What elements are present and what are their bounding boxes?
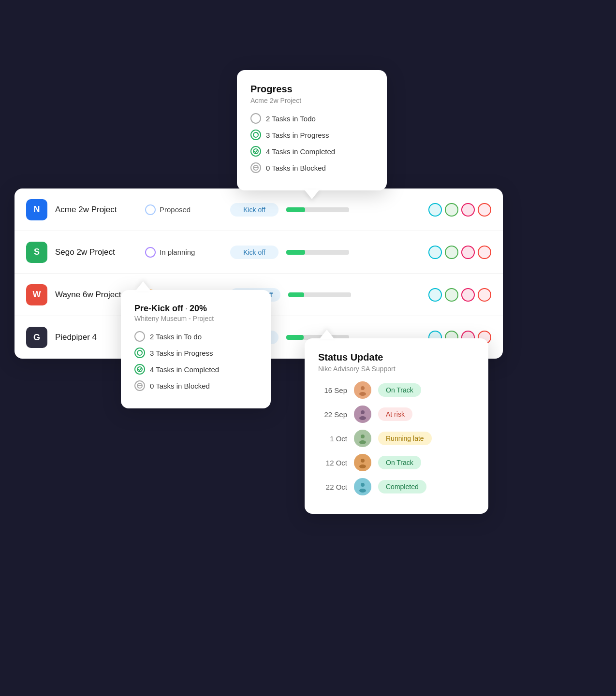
status-card: Status Update Nike Advisory SA Support 1… [305,338,488,514]
status-avatar [354,430,371,447]
blocked-icon [134,380,145,391]
task-label: 4 Tasks in Completed [150,365,219,374]
status-row: 12 Oct On Track [318,454,475,471]
avatar [461,288,475,302]
task-item-completed: 4 Tasks in Completed [134,364,257,375]
status-date: 1 Oct [318,435,347,443]
task-item-todo: 2 Tasks in Todo [250,113,373,124]
table-row[interactable]: N Acme 2w Project Proposed Kick off [15,188,503,231]
status-badge: On Track [378,456,421,469]
task-label: 3 Tasks in Progress [150,349,213,357]
status-row: 22 Sep At risk [318,406,475,423]
svg-point-17 [359,489,366,493]
task-item-blocked: 0 Tasks in Blocked [134,380,257,391]
project-icon: N [26,199,47,220]
inprogress-icon [134,348,145,358]
project-name: Sego 2w Project [55,247,137,257]
status-text: In planning [160,248,195,256]
status-badge: At risk [378,407,412,421]
status-row: 1 Oct Running late [318,430,475,447]
todo-icon [134,331,145,342]
status-badge: Completed [378,480,426,493]
avatar [461,203,475,217]
avatar [445,288,458,302]
status-avatar [354,406,371,423]
status-row: 16 Sep On Track [318,381,475,399]
status-badge: Running late [378,432,432,445]
status-circle [145,204,156,215]
todo-icon [250,113,261,124]
phase-badge[interactable]: Kick off [230,246,279,259]
status-text: Proposed [160,205,191,214]
status-indicator: In planning [145,247,222,258]
svg-point-11 [359,416,366,420]
status-badge: On Track [378,383,421,397]
progress-card-subtitle: Acme 2w Project [250,97,373,104]
status-circle [145,247,156,258]
avatar [428,246,442,259]
status-card-subtitle: Nike Advisory SA Support [318,365,475,373]
table-row[interactable]: S Sego 2w Project In planning Kick off [15,231,503,274]
blocked-icon [250,162,261,173]
avatar-circles [428,288,491,302]
status-date: 16 Sep [318,386,347,394]
task-item-inprogress: 3 Tasks in Progress [250,130,373,140]
progress-bar [286,250,349,255]
status-avatar [354,454,371,471]
svg-point-12 [361,435,365,438]
completed-icon [250,146,261,157]
task-item-inprogress: 3 Tasks in Progress [134,348,257,358]
project-icon: W [26,284,47,305]
avatar [478,288,491,302]
inprogress-icon [250,130,261,140]
task-label: 2 Tasks in Todo [266,115,316,123]
completed-icon [134,364,145,375]
avatar-circles [428,203,491,217]
avatar [461,246,475,259]
status-date: 12 Oct [318,459,347,467]
avatar [445,203,458,217]
card-heading-row: Pre-Kick off · 20% [134,304,257,314]
status-card-title: Status Update [318,352,475,363]
progress-bar [286,207,349,212]
task-item-todo: 2 Tasks in To do [134,331,257,342]
svg-point-8 [361,386,365,390]
status-date: 22 Oct [318,483,347,491]
project-name: Acme 2w Project [55,205,137,215]
svg-point-9 [359,392,366,396]
task-label: 0 Tasks in Blocked [150,382,210,390]
project-icon: S [26,242,47,263]
svg-point-15 [359,464,366,468]
task-label: 3 Tasks in Progress [266,131,329,139]
avatar [445,246,458,259]
status-avatar [354,381,371,399]
task-item-completed: 4 Tasks in Completed [250,146,373,157]
svg-point-16 [361,483,365,487]
prekickoff-subtitle: Whiteny Museum - Project [134,315,257,322]
progress-card: Progress Acme 2w Project 2 Tasks in Todo… [237,70,387,190]
status-indicator: Proposed [145,204,222,215]
svg-point-13 [359,440,366,444]
avatar [428,288,442,302]
task-item-blocked: 0 Tasks in Blocked [250,162,373,173]
task-label: 0 Tasks in Blocked [266,164,326,172]
task-label: 4 Tasks in Completed [266,147,335,156]
phase-badge[interactable]: Kick off [230,203,279,217]
svg-point-14 [361,459,365,463]
project-icon: G [26,327,47,348]
avatar [478,203,491,217]
status-avatar [354,478,371,495]
status-date: 22 Sep [318,410,347,419]
progress-bar [288,292,351,297]
dot-separator: · [185,304,188,314]
avatar-circles [428,246,491,259]
progress-card-title: Progress [250,84,373,95]
card-percent: 20% [190,304,207,314]
card-heading: Pre-Kick off [134,304,183,314]
svg-point-10 [361,410,365,414]
status-row: 22 Oct Completed [318,478,475,495]
task-label: 2 Tasks in To do [150,333,202,341]
prekickoff-card: Pre-Kick off · 20% Whiteny Museum - Proj… [121,290,271,408]
avatar [428,203,442,217]
avatar [478,246,491,259]
